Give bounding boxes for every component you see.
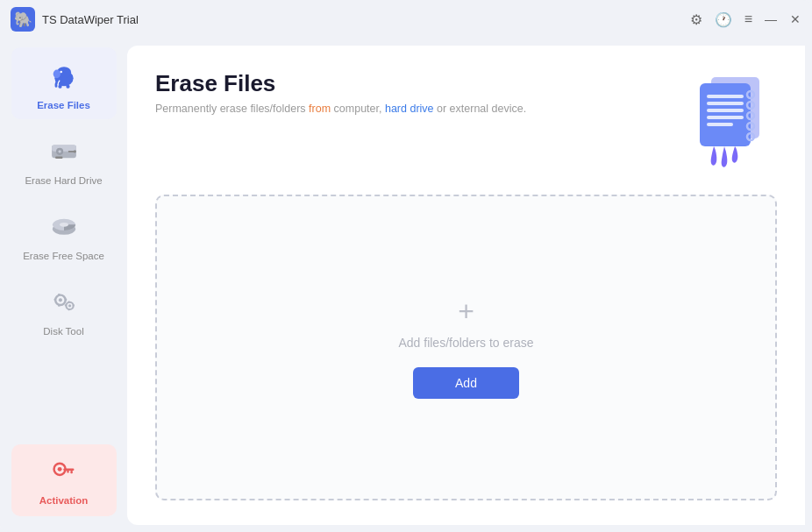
main-layout: Erase Files Erase Hard Dr — [0, 39, 812, 532]
content-header: Erase Files Permanently erase files/fold… — [155, 70, 777, 175]
svg-point-13 — [58, 150, 61, 153]
content-title-area: Erase Files Permanently erase files/fold… — [155, 70, 526, 115]
desc-suffix: or external device. — [434, 103, 527, 115]
svg-rect-33 — [70, 471, 72, 473]
svg-point-11 — [73, 150, 75, 153]
minimize-button[interactable]: — — [765, 13, 777, 25]
add-button[interactable]: Add — [413, 367, 519, 399]
page-title: Erase Files — [155, 70, 526, 97]
sidebar-label-activation: Activation — [39, 495, 89, 506]
sidebar-label-erase-hard-drive: Erase Hard Drive — [25, 175, 102, 186]
svg-rect-6 — [58, 85, 61, 89]
svg-rect-21 — [58, 304, 60, 306]
titlebar-controls: ⚙ 🕐 ≡ — ✕ — [690, 11, 801, 28]
svg-rect-37 — [707, 95, 744, 98]
sidebar-label-erase-files: Erase Files — [37, 100, 90, 110]
settings-icon[interactable]: ⚙ — [690, 11, 702, 28]
svg-rect-14 — [55, 157, 62, 159]
svg-rect-39 — [707, 109, 744, 112]
svg-rect-28 — [64, 304, 66, 306]
erase-hard-drive-icon — [45, 131, 83, 170]
svg-rect-27 — [68, 309, 69, 310]
clock-icon[interactable]: 🕐 — [715, 11, 732, 28]
desc-middle: computer, — [331, 103, 385, 115]
svg-point-4 — [53, 69, 60, 78]
sidebar-item-erase-files[interactable]: Erase Files — [11, 47, 117, 119]
svg-rect-26 — [68, 301, 69, 303]
desc-hard: hard drive — [385, 103, 434, 115]
desc-from: from — [309, 103, 331, 115]
svg-point-31 — [57, 467, 61, 472]
desc-prefix: Permanently erase files/folders — [155, 103, 309, 115]
erase-files-icon — [45, 56, 83, 95]
svg-text:🐘: 🐘 — [14, 11, 33, 29]
close-button[interactable]: ✕ — [789, 13, 801, 25]
svg-rect-41 — [707, 123, 733, 126]
svg-rect-29 — [72, 304, 74, 306]
svg-rect-20 — [58, 294, 60, 295]
sidebar: Erase Files Erase Hard Dr — [0, 39, 127, 532]
svg-point-25 — [68, 304, 70, 307]
erase-free-space-icon — [45, 207, 83, 245]
content-description: Permanently erase files/folders from com… — [155, 103, 526, 115]
svg-rect-22 — [53, 299, 55, 301]
app-icon: 🐘 — [11, 7, 35, 32]
titlebar: 🐘 TS DataWiper Trial ⚙ 🕐 ≡ — ✕ — [0, 0, 812, 39]
titlebar-left: 🐘 TS DataWiper Trial — [11, 7, 139, 32]
svg-rect-34 — [67, 471, 68, 472]
sidebar-item-disk-tool[interactable]: Disk Tool — [11, 273, 117, 345]
drop-zone-label: Add files/folders to erase — [398, 336, 533, 350]
svg-point-17 — [60, 223, 68, 227]
sidebar-label-erase-free-space: Erase Free Space — [23, 251, 104, 261]
plus-icon: + — [458, 297, 474, 325]
header-illustration — [663, 70, 777, 175]
svg-rect-38 — [707, 102, 744, 105]
svg-rect-23 — [64, 299, 66, 301]
svg-rect-40 — [707, 116, 744, 119]
titlebar-title: TS DataWiper Trial — [42, 13, 139, 26]
svg-rect-7 — [66, 85, 69, 89]
svg-point-19 — [58, 298, 61, 301]
menu-icon[interactable]: ≡ — [744, 11, 752, 27]
disk-tool-icon — [45, 282, 83, 321]
drop-zone[interactable]: + Add files/folders to erase Add — [155, 195, 777, 500]
sidebar-label-disk-tool: Disk Tool — [43, 326, 83, 337]
activation-icon — [48, 455, 80, 490]
svg-rect-32 — [63, 469, 74, 471]
svg-point-5 — [60, 71, 61, 73]
sidebar-item-erase-free-space[interactable]: Erase Free Space — [11, 198, 117, 270]
svg-rect-9 — [52, 145, 76, 151]
content-area: Erase Files Permanently erase files/fold… — [127, 46, 805, 525]
sidebar-item-activation[interactable]: Activation — [11, 444, 117, 516]
svg-rect-36 — [700, 83, 751, 146]
sidebar-item-erase-hard-drive[interactable]: Erase Hard Drive — [11, 123, 117, 195]
